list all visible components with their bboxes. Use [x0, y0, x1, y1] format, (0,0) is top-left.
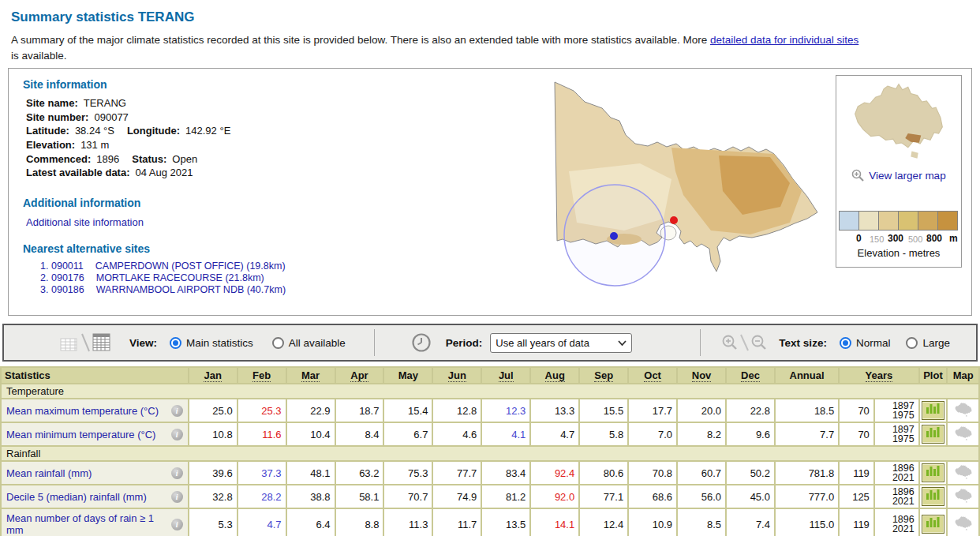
site-name-label: Site name:	[26, 97, 78, 109]
detailed-data-link[interactable]: detailed data for individual sites	[710, 34, 858, 46]
text-size-label: Text size:	[779, 337, 827, 349]
commenced-value: 1896	[96, 153, 119, 165]
plot-button[interactable]	[922, 401, 944, 420]
years-abbreviation: Years	[866, 369, 893, 382]
plot-cell	[920, 509, 947, 536]
table-view-icons	[59, 332, 112, 353]
years-end: 2021	[879, 473, 915, 482]
col-header-may: May	[384, 368, 432, 383]
value-cell: 48.1	[287, 462, 335, 484]
legend-swatches	[836, 211, 961, 231]
latitude-label: Latitude:	[26, 125, 69, 137]
period-selected-value: Use all years of data	[496, 337, 589, 349]
info-icon[interactable]: i	[171, 429, 183, 440]
month-abbreviation: Jan	[204, 369, 221, 382]
month-abbreviation: Sep	[594, 369, 613, 382]
site-id: 090011	[51, 261, 84, 272]
nearest-site-link[interactable]: 090176MORTLAKE RACECOURSE (21.8km)	[51, 272, 264, 283]
statistic-link[interactable]: Decile 5 (median) rainfall (mm)	[6, 491, 147, 503]
statistic-link[interactable]: Mean maximum temperature (°C)	[6, 405, 159, 417]
info-icon[interactable]: i	[171, 467, 183, 479]
scale-label: 300	[888, 233, 903, 244]
col-header-feb: Feb	[238, 368, 286, 383]
value-cell: 63.2	[336, 462, 383, 484]
table-controls-toolbar: View: Main statistics All available Peri…	[2, 324, 978, 362]
col-header-years: Years	[840, 368, 918, 383]
value-cell: 70.8	[629, 462, 676, 484]
years-range-cell: 18962021	[875, 462, 918, 484]
value-cell: 25.0	[189, 399, 237, 422]
plot-button[interactable]	[922, 515, 944, 534]
australia-map-icon[interactable]	[954, 515, 973, 530]
radio-unselected-icon	[272, 337, 284, 349]
table-row: Decile 5 (median) rainfall (mm)i32.828.2…	[2, 485, 978, 508]
plot-cell	[920, 399, 947, 422]
value-cell: 28.2	[238, 485, 286, 508]
annual-value-cell: 7.7	[776, 423, 838, 445]
scale-label: m	[949, 233, 958, 244]
latest-data-label: Latest available data:	[26, 167, 130, 178]
table-row: Mean maximum temperature (°C)i25.025.322…	[2, 399, 978, 422]
table-head: StatisticsJanFebMarAprMayJunJulAugSepOct…	[2, 368, 978, 383]
zoom-in-icon[interactable]	[721, 334, 739, 351]
years-end: 2021	[879, 497, 915, 506]
info-icon[interactable]: i	[171, 491, 183, 503]
col-header-statistics: Statistics	[2, 368, 188, 383]
bar-chart-icon	[926, 515, 941, 528]
plot-button[interactable]	[922, 463, 944, 482]
australia-map-icon[interactable]	[954, 402, 973, 417]
nearest-site-link[interactable]: 090186WARRNAMBOOL AIRPORT NDB (40.7km)	[51, 284, 286, 295]
month-abbreviation: Jun	[448, 369, 466, 382]
radio-text-normal[interactable]: Normal	[840, 337, 891, 349]
australia-map-icon[interactable]	[954, 425, 973, 440]
col-header-aug: Aug	[531, 368, 578, 383]
nearest-sites-heading: Nearest alternative sites	[23, 242, 370, 255]
magnifier-plus-icon	[851, 169, 865, 182]
radio-all-available[interactable]: All available	[272, 337, 346, 349]
radio-label: Normal	[856, 337, 891, 349]
view-larger-map-link[interactable]: View larger map	[869, 170, 945, 182]
col-header-map: Map	[948, 368, 978, 383]
australia-map-icon[interactable]	[954, 464, 973, 479]
years-range-cell: 18962021	[875, 509, 918, 536]
radio-text-large[interactable]: Large	[906, 337, 950, 349]
value-cell: 83.4	[482, 462, 529, 484]
zoom-out-icon[interactable]	[750, 334, 768, 351]
australia-map-icon[interactable]	[954, 488, 973, 503]
value-cell: 4.7	[531, 423, 578, 445]
value-cell: 92.0	[531, 485, 578, 508]
value-cell: 20.0	[678, 399, 725, 422]
clock-icon	[411, 332, 432, 353]
statistic-link[interactable]: Mean number of days of rain ≥ 1 mm	[6, 512, 166, 536]
radio-main-statistics[interactable]: Main statistics	[170, 337, 253, 349]
value-cell: 70.7	[384, 485, 432, 508]
section-label: Temperature	[2, 384, 978, 398]
legend-caption: Elevation - metres	[836, 247, 961, 259]
info-icon[interactable]: i	[171, 405, 183, 417]
additional-site-information-link[interactable]: Additional site information	[26, 216, 144, 228]
nearest-sites-list: 090011CAMPERDOWN (POST OFFICE) (19.8km) …	[23, 261, 370, 295]
table-row: Mean minimum temperature (°C)i10.811.610…	[2, 423, 978, 445]
table-row: Mean rainfall (mm)i39.637.348.163.275.37…	[2, 462, 978, 484]
elevation-label: Elevation:	[26, 139, 75, 151]
statistic-link[interactable]: Mean minimum temperature (°C)	[6, 429, 155, 440]
nearest-site-link[interactable]: 090011CAMPERDOWN (POST OFFICE) (19.8km)	[51, 261, 286, 272]
full-table-icon[interactable]	[92, 332, 112, 353]
value-cell: 10.4	[287, 423, 335, 445]
basic-table-icon[interactable]	[59, 334, 80, 353]
value-cell: 22.8	[727, 399, 774, 422]
info-icon[interactable]: i	[171, 519, 183, 530]
col-header-apr: Apr	[336, 368, 383, 383]
month-abbreviation: Dec	[741, 369, 760, 382]
value-cell: 11.6	[238, 423, 286, 445]
period-select[interactable]: Use all years of data	[490, 333, 632, 353]
plot-button[interactable]	[922, 487, 944, 506]
col-header-sep: Sep	[580, 368, 627, 383]
value-cell: 75.3	[384, 462, 432, 484]
years-count-cell: 119	[840, 509, 873, 536]
statistic-link[interactable]: Mean rainfall (mm)	[6, 467, 92, 479]
plot-button[interactable]	[922, 425, 944, 444]
value-cell: 80.6	[580, 462, 627, 484]
value-cell: 11.3	[384, 509, 432, 536]
statistic-label-cell: Decile 5 (median) rainfall (mm)i	[2, 485, 188, 508]
